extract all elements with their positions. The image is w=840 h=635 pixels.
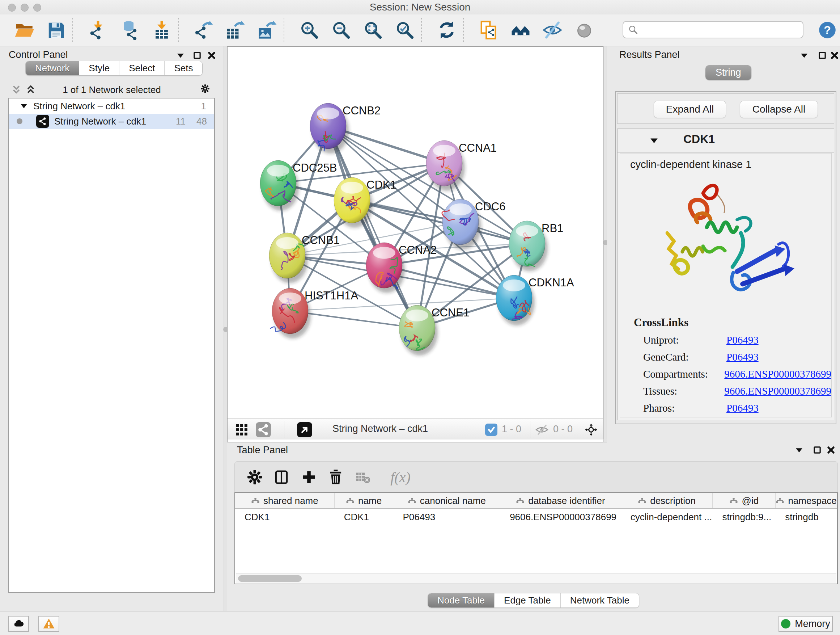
- tab-network[interactable]: Network: [26, 61, 79, 75]
- refresh-network-icon[interactable]: [436, 19, 457, 41]
- collapse-results-icon[interactable]: [798, 49, 810, 62]
- show-all-icon[interactable]: [574, 19, 595, 41]
- network-node-RB1[interactable]: RB1: [509, 221, 563, 271]
- table-horizontal-scrollbar[interactable]: [236, 573, 836, 583]
- node-label-CDK1: CDK1: [366, 179, 396, 191]
- zoom-selected-icon[interactable]: [394, 19, 415, 41]
- search-input[interactable]: [638, 22, 803, 37]
- memory-button[interactable]: Memory: [778, 616, 833, 632]
- collapse-all-button[interactable]: Collapse All: [740, 101, 818, 118]
- network-collection-row[interactable]: String Network – cdk1 1: [9, 98, 214, 114]
- network-node-CCNB1[interactable]: CCNB1: [269, 233, 340, 283]
- tab-select[interactable]: Select: [119, 61, 164, 75]
- right-splitter[interactable]: [603, 46, 607, 442]
- new-network-from-selection-icon[interactable]: [478, 19, 499, 41]
- table-row[interactable]: CDK1CDK1P064939606.ENSP00000378699cyclin…: [235, 509, 837, 525]
- import-network-file-icon[interactable]: [88, 19, 109, 41]
- export-network-icon[interactable]: [193, 19, 214, 41]
- crosslink-link[interactable]: P06493: [726, 351, 759, 363]
- tab-node-table[interactable]: Node Table: [428, 593, 494, 608]
- tab-style[interactable]: Style: [79, 61, 119, 75]
- close-results-icon[interactable]: [829, 49, 840, 62]
- column-header-namespace[interactable]: namespace: [775, 493, 837, 508]
- search-field[interactable]: [622, 21, 804, 38]
- tab-sets[interactable]: Sets: [164, 61, 202, 75]
- cloud-services-button[interactable]: [8, 616, 29, 632]
- collapse-panel-icon[interactable]: [174, 49, 187, 62]
- tab-edge-table[interactable]: Edge Table: [494, 593, 561, 608]
- delete-column-icon[interactable]: [327, 468, 345, 486]
- selected-nodes-checkbox[interactable]: [485, 424, 497, 436]
- control-panel-tabs: NetworkStyleSelectSets: [25, 61, 202, 76]
- float-results-icon[interactable]: [816, 49, 829, 62]
- crosslink-link[interactable]: 9606.ENSP00000378699: [724, 385, 831, 397]
- network-node-HIST1H1A[interactable]: HIST1H1A: [270, 288, 358, 339]
- column-header-canonicalname[interactable]: canonical name: [393, 493, 500, 508]
- crosslink-label: Tissues:: [643, 385, 724, 397]
- zoom-in-icon[interactable]: [299, 19, 320, 41]
- tab-network-table[interactable]: Network Table: [561, 593, 639, 608]
- network-node-CDKN1A[interactable]: CDKN1A: [496, 275, 574, 325]
- create-column-icon[interactable]: [300, 468, 318, 486]
- network-options-gear-icon[interactable]: [199, 82, 211, 95]
- network-view[interactable]: CCNB2CCNA1CDC25BCDK1CDC6RB1CCNB1CCNA2CDK…: [227, 46, 603, 442]
- node-table: shared namenamecanonical namedatabase id…: [234, 492, 838, 584]
- crosslink-link[interactable]: P06493: [726, 402, 759, 414]
- network-node-CDC25B[interactable]: CDC25B: [260, 160, 337, 211]
- network-row[interactable]: String Network – cdk1 11 48: [9, 114, 214, 129]
- close-table-icon[interactable]: [825, 444, 837, 456]
- hide-selected-icon[interactable]: [542, 19, 563, 41]
- collection-expand-icon[interactable]: [19, 102, 28, 111]
- function-builder-icon[interactable]: f(x): [382, 468, 418, 486]
- grid-view-icon[interactable]: [234, 422, 249, 437]
- entry-collapse-icon[interactable]: [649, 136, 659, 146]
- column-header-sharedname[interactable]: shared name: [235, 493, 335, 508]
- zoom-fit-content-icon[interactable]: [363, 19, 384, 41]
- table-cell: stringdb: [775, 509, 837, 525]
- export-image-icon[interactable]: [257, 19, 278, 41]
- crosslink-row: Uniprot:P06493: [643, 334, 831, 346]
- column-header-databaseidentifier[interactable]: database identifier: [500, 493, 621, 508]
- network-canvas[interactable]: CCNB2CCNA1CDC25BCDK1CDC6RB1CCNB1CCNA2CDK…: [227, 47, 603, 418]
- export-table-icon[interactable]: [225, 19, 246, 41]
- network-node-CCNA1[interactable]: CCNA1: [426, 141, 497, 191]
- crosslink-link[interactable]: P06493: [726, 334, 759, 346]
- current-network-title: String Network – cdk1: [332, 423, 428, 434]
- float-panel-icon[interactable]: [191, 49, 203, 62]
- birdseye-view-icon[interactable]: [297, 422, 312, 437]
- toolbar-separator: [284, 18, 284, 42]
- fit-selected-crosshair-icon[interactable]: [584, 422, 599, 437]
- column-header-description[interactable]: description: [621, 493, 713, 508]
- crosslink-link[interactable]: 9606.ENSP00000378699: [724, 368, 831, 380]
- import-network-database-icon[interactable]: [119, 19, 141, 41]
- table-body: CDK1CDK1P064939606.ENSP00000378699cyclin…: [235, 509, 837, 525]
- tab-string[interactable]: String: [706, 65, 752, 80]
- warnings-button[interactable]: [38, 616, 59, 632]
- delete-table-icon[interactable]: [354, 468, 372, 486]
- import-table-file-icon[interactable]: [151, 19, 172, 41]
- table-options-gear-icon[interactable]: [246, 468, 264, 486]
- expand-all-button[interactable]: Expand All: [654, 101, 726, 118]
- close-panel-icon[interactable]: [205, 49, 218, 62]
- first-neighbors-icon[interactable]: [510, 19, 531, 41]
- float-table-icon[interactable]: [811, 444, 823, 456]
- left-splitter[interactable]: [224, 46, 227, 611]
- table-cell: CDK1: [235, 509, 335, 525]
- network-node-CCNB2[interactable]: CCNB2: [310, 103, 381, 154]
- column-header-name[interactable]: name: [335, 493, 393, 508]
- open-session-icon[interactable]: [14, 19, 35, 41]
- crosslink-label: GeneCard:: [643, 351, 726, 363]
- help-icon[interactable]: ?: [817, 19, 838, 41]
- column-header-id[interactable]: @id: [713, 493, 775, 508]
- share-view-icon[interactable]: [256, 422, 271, 437]
- scrollbar-thumb[interactable]: [238, 575, 302, 582]
- zoom-out-icon[interactable]: [331, 19, 352, 41]
- network-node-CDC6[interactable]: CDC6: [442, 199, 506, 249]
- save-session-icon[interactable]: [46, 19, 66, 41]
- collapse-table-icon[interactable]: [793, 444, 805, 456]
- show-columns-icon[interactable]: [272, 468, 291, 486]
- entry-header[interactable]: CDK1: [617, 129, 834, 153]
- column-header-label: shared name: [264, 495, 318, 507]
- network-edge-count: 48: [196, 116, 207, 127]
- network-node-CCNE1[interactable]: CCNE1: [399, 305, 470, 356]
